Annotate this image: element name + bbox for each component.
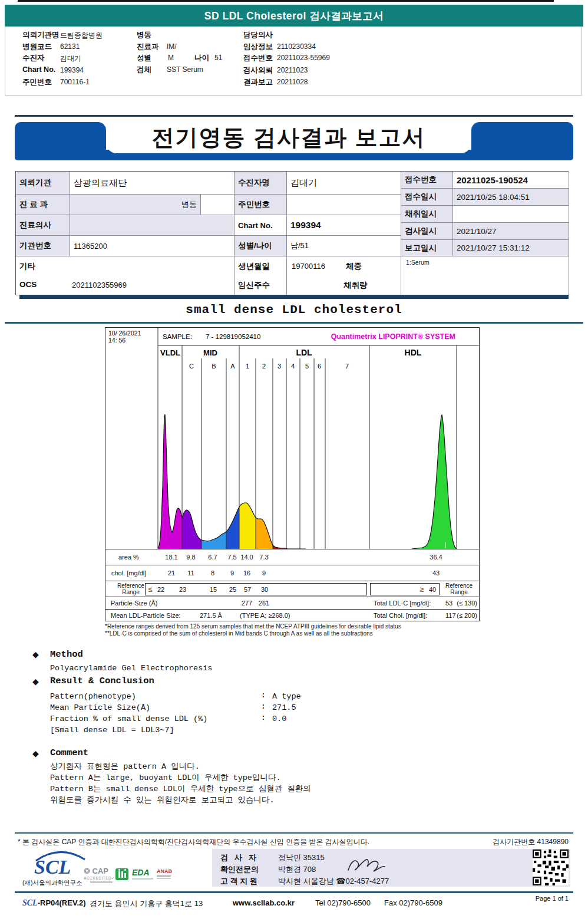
band-header-mid: MID: [203, 348, 217, 357]
banner-title-plate: 전기영동 검사결과 보고서: [106, 122, 471, 153]
title-banner: 전기영동 검사결과 보고서: [15, 122, 573, 160]
field-label: 담당의사: [243, 30, 273, 40]
chart-row-particle: Particle-Size (Å) 277 261 Total LDL-C [m…: [105, 597, 479, 609]
total-ldl-ref: (≤ 130): [457, 600, 477, 607]
ref-value: 57: [239, 586, 256, 593]
anab-logo-line: [157, 875, 171, 877]
field-label: 나이: [194, 53, 209, 63]
band-header-hdl: HDL: [405, 348, 422, 357]
report-title: SD LDL Cholesterol 검사결과보고서: [204, 9, 384, 23]
field-value: SST Serum: [167, 65, 203, 74]
examiner-label: 검 사 자: [220, 852, 256, 863]
report-header-bar: SD LDL Cholesterol 검사결과보고서: [5, 5, 583, 27]
band-header-vldl: VLDL: [160, 348, 180, 357]
sub-label: 2: [262, 363, 266, 370]
reference-box-hdl: ≥ 40: [370, 583, 440, 595]
doc-footer-line: SCL-RP04(REV.2): [22, 898, 86, 908]
diamond-icon: ◆: [32, 749, 39, 758]
footer-tel: Tel 02)790-6500: [315, 898, 371, 907]
mean-label: Mean LDL-Particle Size:: [111, 612, 181, 619]
info-value-jeopsuilsi: 2021/10/25 18:04:51: [453, 189, 569, 206]
info-value-ocs: 2021102355969: [72, 281, 127, 289]
scl-org-name: (재)서울의과학연구소: [22, 879, 82, 887]
doc-no-scl: SCL: [22, 898, 38, 907]
banner-blue-left: [15, 122, 106, 153]
row-label-area: area %: [118, 554, 139, 561]
result-row-value: 271.5: [272, 703, 296, 712]
field-value: 700116-1: [60, 78, 90, 86]
chart-datetime-line2: 14: 56: [108, 337, 125, 344]
info-label-uiryogigwan: 의뢰기관: [16, 172, 70, 195]
info-label-volume: 채취량: [343, 280, 368, 291]
sub-label: 6: [318, 363, 321, 370]
info-serum-note: 1:Serum: [406, 259, 430, 266]
footer-rule-top: [15, 832, 573, 834]
chart-datetime-line1: 10/ 26/2021: [108, 330, 141, 337]
total-ldl-label: Total LDL-C [mg/dl]:: [374, 600, 431, 607]
info-label-jeopsubunho: 접수번호: [401, 172, 453, 189]
field-value: 20211023: [277, 66, 308, 74]
banner-title: 전기영동 검사결과 보고서: [151, 123, 425, 153]
densitometry-curve: [158, 414, 457, 549]
field-label: 검사의뢰: [243, 65, 273, 75]
cap-logo: ❂ CAP: [84, 867, 108, 875]
sample-label: SAMPLE:: [163, 333, 192, 340]
field-label: 성별: [137, 53, 151, 63]
field-label: 결과보고: [243, 77, 273, 87]
field-value: 2110230334: [277, 42, 316, 51]
info-value-birth: 19700116: [292, 262, 325, 271]
sample-value: 7 - 129819052410: [206, 333, 260, 340]
info-label-chaechwiilsi: 채취일시: [401, 206, 453, 223]
examiner-value: 정낙민 35315: [278, 852, 325, 863]
chol-value: 11: [179, 569, 203, 577]
row-label-chol: chol. [mg/dl]: [111, 569, 146, 577]
info-label-birth: 생년월일: [238, 261, 270, 272]
anab-logo: ANAB: [157, 868, 172, 874]
midb-area: [201, 532, 226, 549]
result-row-label: Fraction % of small dense LDL (%): [50, 714, 207, 723]
org-number: 검사기관번호 41349890: [493, 837, 569, 847]
sub-label: 5: [305, 363, 309, 370]
cap-logo-line: [90, 881, 113, 883]
info-label-gigwanbunho: 기관번호: [16, 236, 70, 256]
info-label-preg: 임신주수: [238, 280, 270, 291]
ref-label-right-1: Reference: [445, 582, 473, 589]
total-ldl-value: 53: [445, 600, 452, 607]
info-label-sujinjamyeong: 수진자명: [234, 172, 287, 195]
ge-symbol: ≥: [420, 585, 424, 594]
info-cell-empty: [201, 195, 234, 215]
scl-logo: SCL: [34, 856, 71, 878]
comment-line: 위험도를 증가시킬 수 있는 위험인자로 보고되고 있습니다.: [50, 795, 275, 805]
doc-no-rest: -RP04(REV.2): [38, 898, 86, 907]
total-chol-ref: (≤ 200): [457, 612, 477, 619]
sub-label: A: [230, 363, 235, 370]
footer-website: www.scllab.co.kr: [233, 898, 295, 907]
chart-row-chol: chol. [mg/dl] 21 11 8 9 16 9 43: [105, 565, 479, 581]
field-label: Chart No.: [22, 65, 55, 74]
result-row-value: A type: [272, 692, 301, 701]
sub-label: 7: [345, 363, 349, 370]
ldl1-peak: [239, 503, 256, 549]
method-body: Polyacrylamide Gel Electrophoresis: [50, 664, 212, 673]
ref-value: 22: [157, 586, 164, 593]
divider-thin: [5, 322, 583, 324]
info-label-jinryouisa: 진료의사: [16, 215, 70, 236]
sub-label: C: [189, 363, 194, 370]
section-title: small dense LDL cholesterol: [0, 303, 588, 317]
sub-label: 4: [291, 363, 295, 370]
le-symbol: ≤: [148, 585, 153, 594]
field-value: 20211028: [277, 78, 308, 86]
comment-heading: Comment: [50, 748, 88, 758]
mean-type: (TYPE A; ≥268.0): [240, 612, 290, 619]
eda-logo: EDA: [132, 868, 150, 877]
page-number: Page 1 of 1: [536, 895, 569, 902]
chart-row-mean: Mean LDL-Particle Size: 271.5 Å (TYPE A;…: [105, 609, 479, 621]
chol-value: 43: [424, 569, 448, 577]
support-value: 박사현 서울강남 ☎02-457-4277: [278, 876, 389, 887]
chart-box: 10/ 26/2021 14: 56 SAMPLE: 7 - 129819052…: [105, 327, 480, 621]
total-chol-value: 117: [445, 612, 456, 619]
divider-rule: [15, 115, 573, 117]
result-note: [Small dense LDL = LDL3~7]: [50, 726, 174, 735]
info-value-seongbyulnai: 남/51: [287, 236, 401, 256]
info-label-chartno: Chart No.: [234, 215, 287, 236]
